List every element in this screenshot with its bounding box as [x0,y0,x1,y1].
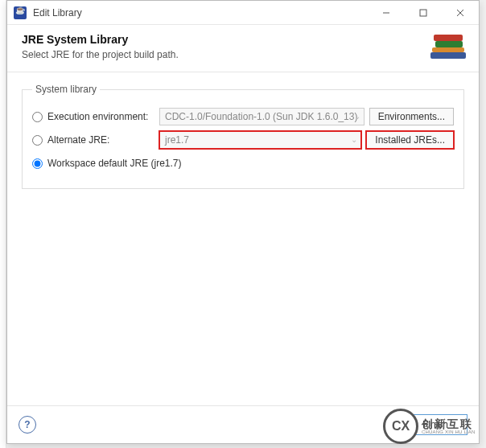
execution-environment-text: Execution environment: [47,111,148,122]
svg-rect-7 [430,52,466,59]
dialog-header: JRE System Library Select JRE for the pr… [7,25,479,72]
alternate-jre-radio[interactable] [32,135,43,146]
watermark-pinyin: CHUANG XIN HU LIAN [422,430,476,434]
alternate-jre-row: Alternate JRE: jre1.7 ⌄ Installed JREs..… [32,130,454,150]
execution-environment-value: CDC-1.0/Foundation-1.0 (Sun JDK 1.6.0_13… [165,111,357,122]
close-button[interactable] [442,1,479,25]
svg-rect-1 [420,10,426,16]
app-icon [14,6,27,19]
workspace-default-row: Workspace default JRE (jre1.7) [32,154,454,173]
watermark: CX 创新互联 CHUANG XIN HU LIAN [383,404,486,448]
page-title: JRE System Library [22,33,464,46]
workspace-default-radio-label[interactable]: Workspace default JRE (jre1.7) [32,158,182,169]
execution-environment-combo[interactable]: CDC-1.0/Foundation-1.0 (Sun JDK 1.6.0_13… [159,108,364,125]
maximize-button[interactable] [405,1,442,25]
svg-rect-5 [435,41,463,47]
svg-rect-6 [434,35,463,41]
close-icon [456,9,464,17]
installed-jres-button[interactable]: Installed JREs... [366,131,454,149]
svg-rect-4 [432,47,464,52]
help-button[interactable]: ? [19,416,36,434]
installed-jres-button-label: Installed JREs... [375,134,445,146]
environments-button-label: Environments... [378,111,445,122]
minimize-button[interactable] [368,1,405,25]
alternate-jre-radio-label[interactable]: Alternate JRE: [32,134,159,146]
background-editor-strip [0,0,6,448]
execution-environment-radio-label[interactable]: Execution environment: [32,111,159,122]
execution-environment-row: Execution environment: CDC-1.0/Foundatio… [32,107,454,126]
chevron-down-icon: ⌄ [354,112,360,121]
edit-library-dialog: Edit Library JRE System Library Select J… [6,0,480,444]
execution-environment-radio[interactable] [32,112,43,122]
minimize-icon [382,9,390,17]
alternate-jre-text: Alternate JRE: [47,134,109,146]
dialog-content: System library Execution environment: CD… [7,72,479,405]
help-icon: ? [24,419,30,430]
alternate-jre-combo[interactable]: jre1.7 ⌄ [159,131,361,149]
system-library-fieldset: System library Execution environment: CD… [22,84,464,189]
workspace-default-radio[interactable] [32,158,43,169]
watermark-text: 创新互联 CHUANG XIN HU LIAN [422,418,476,434]
fieldset-legend: System library [32,84,100,95]
library-books-icon [429,30,467,62]
environments-button[interactable]: Environments... [369,108,454,125]
window-title: Edit Library [33,7,368,18]
page-subtitle: Select JRE for the project build path. [22,49,464,60]
workspace-default-text: Workspace default JRE (jre1.7) [47,158,182,169]
chevron-down-icon: ⌄ [351,135,357,144]
maximize-icon [419,9,427,17]
watermark-cn: 创新互联 [422,418,476,430]
watermark-logo: CX [383,409,418,444]
alternate-jre-value: jre1.7 [165,134,189,146]
titlebar: Edit Library [7,1,479,25]
